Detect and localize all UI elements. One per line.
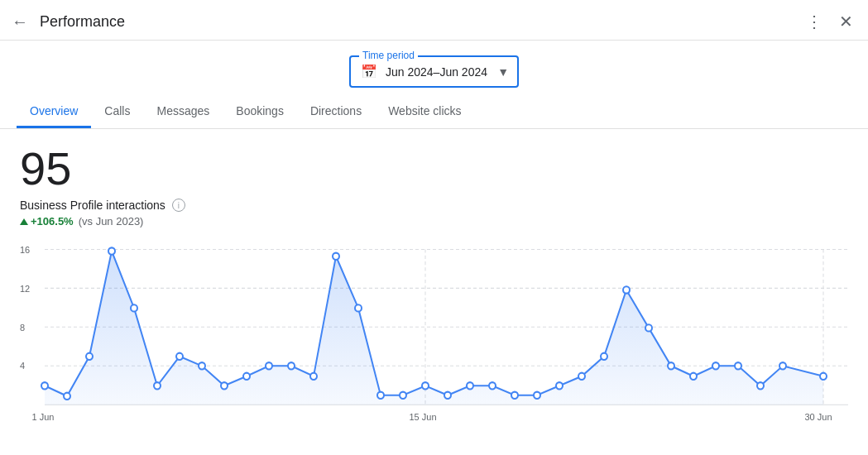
tabs-bar: Overview Calls Messages Bookings Directi… <box>0 96 868 129</box>
svg-point-30 <box>444 392 451 399</box>
svg-point-44 <box>757 382 764 389</box>
svg-point-35 <box>556 382 563 389</box>
svg-point-20 <box>221 382 228 389</box>
page-title: Performance <box>40 13 125 31</box>
svg-point-39 <box>645 324 652 331</box>
svg-point-17 <box>154 382 161 389</box>
svg-point-22 <box>266 362 272 369</box>
svg-text:30 Jun: 30 Jun <box>804 412 832 422</box>
svg-point-18 <box>176 353 183 360</box>
arrow-up-icon <box>20 218 28 225</box>
metric-label: Business Profile interactions <box>20 199 165 212</box>
calendar-icon: 📅 <box>361 64 377 79</box>
tab-bookings[interactable]: Bookings <box>223 96 297 128</box>
svg-point-26 <box>355 304 362 311</box>
performance-chart: 16 12 8 4 <box>20 241 848 439</box>
svg-point-38 <box>623 286 630 293</box>
svg-point-40 <box>668 362 674 369</box>
svg-point-24 <box>310 373 317 380</box>
content-area: 95 Business Profile interactions i +106.… <box>0 129 868 439</box>
svg-point-13 <box>64 393 70 400</box>
svg-point-34 <box>534 392 540 399</box>
svg-point-33 <box>511 392 518 399</box>
change-row: +106.5% (vs Jun 2023) <box>20 215 848 228</box>
header-right: ⋮ ✕ <box>801 7 858 36</box>
svg-point-46 <box>820 373 827 380</box>
metric-value: 95 <box>20 146 848 192</box>
tab-website-clicks[interactable]: Website clicks <box>375 96 474 128</box>
change-percent: +106.5% <box>20 215 74 228</box>
chart-container: 16 12 8 4 <box>20 241 848 439</box>
info-icon[interactable]: i <box>172 199 185 212</box>
back-button[interactable]: ← <box>7 7 33 36</box>
more-options-icon: ⋮ <box>806 12 822 31</box>
header: ← Performance ⋮ ✕ <box>0 0 868 41</box>
svg-point-12 <box>41 382 48 389</box>
metric-label-row: Business Profile interactions i <box>20 199 848 212</box>
svg-point-23 <box>288 362 295 369</box>
svg-point-15 <box>108 247 115 254</box>
tab-calls[interactable]: Calls <box>91 96 143 128</box>
svg-text:15 Jun: 15 Jun <box>409 412 436 422</box>
svg-point-36 <box>578 373 585 380</box>
tab-directions[interactable]: Directions <box>297 96 375 128</box>
svg-point-19 <box>199 362 205 369</box>
svg-point-31 <box>467 382 473 389</box>
svg-point-45 <box>779 362 786 369</box>
svg-point-21 <box>243 373 250 380</box>
svg-point-41 <box>690 373 697 380</box>
change-comparison: (vs Jun 2023) <box>79 215 144 228</box>
time-period-label: Time period <box>359 50 418 61</box>
svg-text:4: 4 <box>20 361 25 371</box>
svg-point-42 <box>712 362 719 369</box>
header-left: ← Performance <box>7 7 125 36</box>
more-options-button[interactable]: ⋮ <box>801 7 827 36</box>
svg-text:12: 12 <box>20 283 30 293</box>
tab-overview[interactable]: Overview <box>17 96 91 128</box>
dropdown-arrow-icon: ▼ <box>497 65 509 79</box>
svg-point-37 <box>601 353 607 360</box>
svg-point-43 <box>735 362 741 369</box>
svg-point-25 <box>333 253 339 260</box>
svg-marker-11 <box>45 251 823 405</box>
svg-point-27 <box>377 392 384 399</box>
time-period-section: Time period 📅 Jun 2024–Jun 2024 ▼ <box>0 41 868 96</box>
close-icon: ✕ <box>839 12 853 31</box>
svg-point-14 <box>86 353 93 360</box>
svg-text:16: 16 <box>20 244 30 254</box>
svg-point-32 <box>489 382 496 389</box>
close-button[interactable]: ✕ <box>834 7 858 36</box>
svg-point-16 <box>131 304 137 311</box>
time-period-value: Jun 2024–Jun 2024 <box>386 65 487 79</box>
time-period-select[interactable]: Time period 📅 Jun 2024–Jun 2024 ▼ <box>349 55 519 88</box>
svg-text:1 Jun: 1 Jun <box>32 412 55 422</box>
svg-text:8: 8 <box>20 322 25 332</box>
svg-point-29 <box>422 382 429 389</box>
tab-messages[interactable]: Messages <box>143 96 223 128</box>
svg-point-28 <box>400 392 406 399</box>
